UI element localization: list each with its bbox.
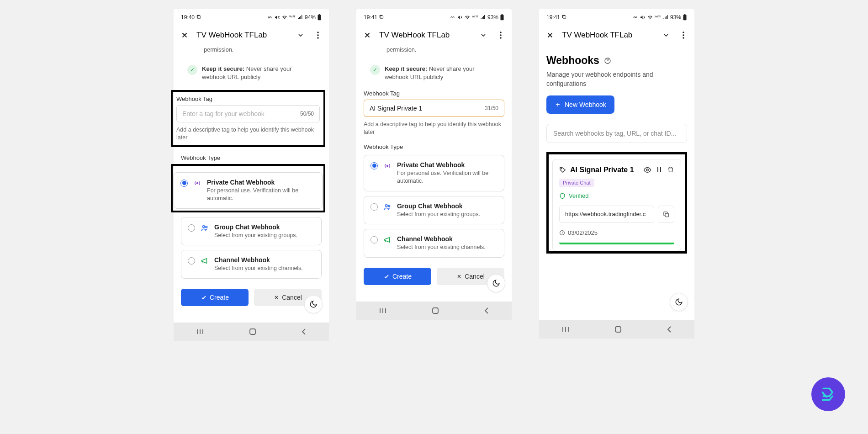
svg-point-38 [500, 37, 502, 39]
close-icon[interactable] [362, 30, 373, 41]
option-channel[interactable]: Channel Webhook Select from your existin… [364, 229, 504, 258]
header-title: TV WebHook TFLab [562, 31, 654, 40]
tip-row: ✓ Keep it secure: Never share your webho… [364, 62, 504, 86]
svg-point-15 [317, 37, 319, 39]
app-header: TV WebHook TFLab [539, 25, 694, 45]
chevron-down-icon[interactable] [295, 30, 306, 41]
tag-help-text: Add a descriptive tag to help you identi… [176, 126, 320, 142]
search-input[interactable]: Search webhooks by tag, URL, or chat ID.… [546, 124, 687, 143]
svg-rect-58 [684, 14, 686, 15]
nav-recents[interactable] [196, 328, 204, 335]
chevron-down-icon[interactable] [661, 30, 672, 41]
svg-point-16 [197, 182, 198, 184]
option-channel[interactable]: Channel Webhook Select from your existin… [181, 250, 322, 279]
svg-rect-45 [433, 308, 438, 313]
svg-rect-24 [381, 16, 383, 18]
radio-unselected [370, 236, 378, 243]
svg-rect-54 [665, 17, 666, 19]
radio-unselected [370, 203, 378, 211]
svg-point-59 [683, 32, 684, 33]
svg-rect-10 [302, 15, 302, 19]
nav-home[interactable] [614, 326, 622, 333]
option-private-chat[interactable]: Private Chat Webhook For personal use. V… [364, 155, 504, 191]
theme-toggle[interactable] [670, 293, 688, 311]
check-icon: ✓ [187, 65, 197, 75]
new-webhook-button[interactable]: New Webhook [546, 95, 614, 114]
option-private-chat[interactable]: Private Chat Webhook For personal use. V… [174, 172, 323, 209]
nav-back[interactable] [301, 328, 307, 335]
android-nav [356, 302, 512, 320]
svg-rect-1 [198, 16, 201, 18]
check-icon: ✓ [370, 65, 380, 75]
signal-icon [383, 162, 392, 170]
svg-rect-8 [299, 17, 300, 19]
webhook-type-label: Webhook Type [364, 143, 504, 150]
option-title: Group Chat Webhook [214, 223, 315, 231]
copy-button[interactable] [658, 206, 674, 223]
header-title: TV WebHook TFLab [196, 31, 289, 40]
page-subtitle: Manage your webhook endpoints and config… [546, 70, 687, 88]
svg-rect-47 [563, 16, 566, 18]
svg-rect-22 [250, 329, 255, 334]
close-icon[interactable] [545, 30, 556, 41]
megaphone-icon [201, 257, 209, 265]
nav-home[interactable] [432, 307, 439, 314]
webhook-tag-input[interactable] [370, 105, 485, 112]
create-button[interactable]: Create [181, 289, 249, 306]
pause-icon[interactable] [656, 166, 662, 173]
header-title: TV WebHook TFLab [379, 31, 471, 40]
nav-back[interactable] [667, 326, 672, 333]
tag-help-text: Add a descriptive tag to help you identi… [364, 121, 504, 136]
nav-home[interactable] [249, 328, 256, 335]
webhook-url: https://webhook.tradingfinder.c [559, 206, 654, 223]
svg-point-40 [386, 204, 388, 206]
chevron-down-icon[interactable] [478, 30, 489, 41]
android-nav [174, 323, 329, 341]
more-icon[interactable] [312, 30, 323, 41]
phone-1: 19:40 VoLTE 94% TV WebHook TFLab permiss… [174, 9, 329, 341]
create-button[interactable]: Create [364, 268, 431, 285]
eye-icon[interactable] [643, 166, 651, 174]
svg-point-36 [500, 32, 502, 33]
android-nav [539, 320, 694, 339]
app-header: TV WebHook TFLab [174, 25, 329, 45]
tag-counter: 31/50 [485, 105, 498, 111]
option-group-chat[interactable]: Group Chat Webhook Select from your exis… [364, 196, 504, 225]
group-icon [383, 203, 392, 211]
svg-point-18 [206, 226, 207, 228]
signal-icon [193, 179, 201, 187]
option-subtitle: For personal use. Verification will be a… [397, 169, 498, 185]
option-subtitle: Select from your existing channels. [397, 243, 498, 251]
svg-rect-32 [483, 16, 484, 19]
radio-selected [180, 180, 188, 187]
close-icon[interactable] [179, 30, 190, 41]
option-subtitle: Select from your existing groups. [214, 232, 315, 239]
webhook-tag-input[interactable] [182, 110, 300, 117]
tip-row: permission. [181, 45, 322, 58]
help-icon[interactable] [604, 57, 611, 64]
option-group-chat[interactable]: Group Chat Webhook Select from your exis… [181, 217, 322, 246]
webhook-tag-input-box: 31/50 [364, 100, 504, 117]
phone-3: 19:41 VoLTE 93% TV WebHook TFLab Webhook… [539, 9, 694, 339]
status-bar: 19:41 VoLTE 93% [356, 9, 512, 25]
nav-recents[interactable] [561, 326, 570, 333]
svg-point-49 [635, 16, 637, 18]
nav-back[interactable] [484, 307, 489, 314]
svg-point-64 [646, 169, 649, 171]
app-header: TV WebHook TFLab [356, 25, 512, 45]
radio-unselected [188, 224, 195, 232]
status-icons: VoLTE 94% [267, 14, 322, 21]
svg-point-17 [203, 225, 205, 228]
nav-recents[interactable] [379, 307, 387, 314]
svg-point-26 [453, 16, 454, 18]
svg-point-48 [634, 16, 635, 18]
more-icon[interactable] [678, 30, 689, 41]
radio-unselected [188, 257, 195, 265]
svg-rect-30 [481, 18, 482, 19]
svg-rect-34 [501, 15, 504, 20]
option-subtitle: Select from your existing channels. [214, 265, 315, 272]
trash-icon[interactable] [667, 166, 674, 173]
svg-point-25 [451, 16, 452, 18]
svg-text:VoLTE: VoLTE [472, 15, 478, 17]
more-icon[interactable] [495, 30, 506, 41]
